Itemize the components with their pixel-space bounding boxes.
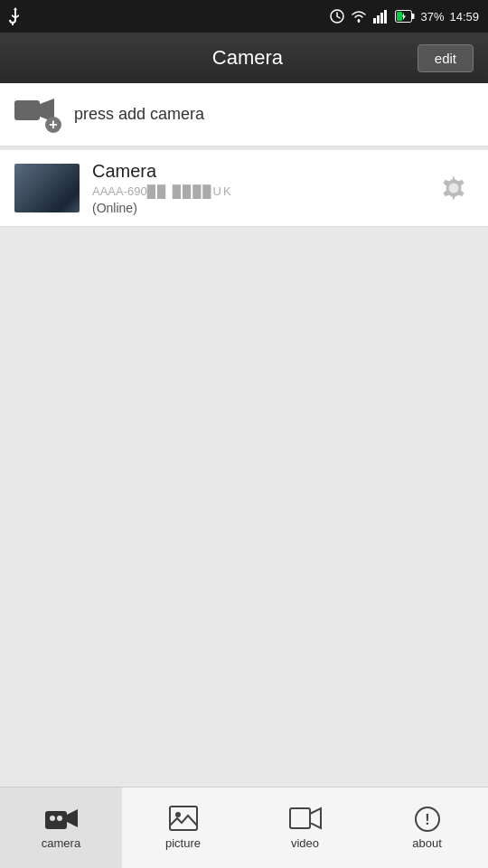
status-left [9, 7, 22, 25]
add-camera-icon-container: + [14, 97, 61, 133]
time-display: 14:59 [449, 10, 479, 24]
nav-item-video[interactable]: video [244, 788, 366, 868]
battery-percent: 37% [420, 10, 444, 24]
about-nav-icon: ! [414, 806, 441, 833]
svg-rect-2 [373, 18, 376, 24]
wifi-icon [350, 9, 368, 24]
svg-rect-4 [380, 13, 383, 24]
add-camera-label: press add camera [74, 105, 204, 124]
status-bar: 37% 14:59 [0, 0, 488, 33]
gear-icon [439, 174, 468, 203]
svg-marker-14 [67, 809, 78, 827]
svg-point-1 [358, 20, 361, 23]
nav-item-about[interactable]: ! about [366, 788, 488, 868]
edit-button[interactable]: edit [418, 44, 474, 72]
camera-nav-label: camera [42, 836, 80, 850]
svg-rect-19 [290, 808, 310, 828]
svg-rect-7 [412, 14, 415, 19]
camera-status: (Online) [92, 201, 421, 215]
svg-rect-13 [45, 811, 67, 829]
camera-nav-icon [45, 806, 78, 833]
svg-text:!: ! [425, 812, 429, 827]
svg-point-12 [449, 184, 459, 193]
picture-nav-icon [169, 806, 198, 833]
camera-settings-button[interactable] [434, 168, 474, 208]
video-nav-label: video [291, 836, 319, 850]
usb-icon [9, 7, 22, 25]
signal-icon [373, 9, 389, 24]
camera-info: Camera AAAA-690██ ████UK (Online) [92, 161, 421, 215]
about-nav-label: about [412, 836, 442, 850]
header: Camera edit [0, 33, 488, 83]
svg-point-18 [175, 812, 181, 817]
svg-point-15 [50, 816, 55, 821]
camera-name: Camera [92, 161, 421, 182]
nav-item-picture[interactable]: picture [122, 788, 244, 868]
content-area: + press add camera Camera AAAA-690██ ███… [0, 83, 488, 227]
svg-rect-9 [14, 100, 40, 120]
svg-marker-20 [310, 808, 321, 828]
bottom-nav: camera picture video ! about [0, 787, 488, 868]
nav-item-camera[interactable]: camera [0, 788, 122, 868]
svg-point-16 [57, 816, 62, 821]
plus-badge: + [45, 117, 61, 133]
camera-id: AAAA-690██ ████UK [92, 184, 421, 198]
svg-rect-3 [377, 15, 380, 24]
camera-thumbnail [14, 164, 80, 212]
thumbnail-image [14, 164, 80, 212]
video-nav-icon [289, 806, 322, 833]
camera-list-item[interactable]: Camera AAAA-690██ ████UK (Online) [0, 150, 488, 227]
clock-icon [330, 9, 344, 24]
picture-nav-label: picture [165, 836, 201, 850]
svg-rect-5 [384, 10, 387, 24]
svg-rect-17 [170, 807, 197, 830]
status-right: 37% 14:59 [330, 9, 479, 24]
svg-rect-8 [397, 12, 402, 21]
add-camera-row[interactable]: + press add camera [0, 83, 488, 146]
battery-icon [395, 10, 415, 23]
page-title: Camera [78, 46, 418, 70]
